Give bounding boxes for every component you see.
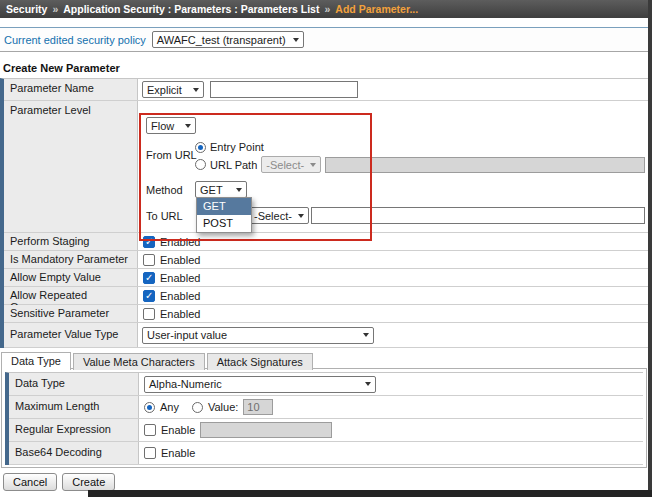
- checkbox-label: Enabled: [160, 272, 200, 284]
- regular-expression-input: [200, 422, 332, 438]
- perform-staging-label: Perform Staging: [4, 233, 138, 250]
- to-url-label: To URL: [146, 210, 183, 222]
- is-mandatory-parameter-row: Is Mandatory Parameter Enabled: [4, 251, 648, 269]
- data-type-label: Data Type: [9, 373, 139, 395]
- breadcrumb-path[interactable]: Application Security : Parameters : Para…: [63, 3, 319, 15]
- page-title: Create New Parameter: [3, 62, 120, 74]
- breadcrumb-separator: »: [52, 3, 58, 15]
- checkbox-label: Enabled: [160, 308, 200, 320]
- parameter-name-row: Parameter Name Explicit: [4, 79, 648, 101]
- maximum-length-value-input: [243, 399, 273, 415]
- chevron-down-icon: [363, 333, 369, 337]
- method-select-value: GET: [200, 184, 223, 196]
- data-type-row: Data Type Alpha-Numeric: [9, 373, 643, 396]
- checkbox-label: Enabled: [160, 290, 200, 302]
- chevron-down-icon: [365, 382, 371, 386]
- maximum-length-row: Maximum Length Any Value:: [9, 396, 643, 419]
- tab-value-meta-characters[interactable]: Value Meta Characters: [73, 353, 205, 370]
- parameter-value-type-row: Parameter Value Type User-input value: [4, 323, 648, 348]
- policy-select[interactable]: AWAFC_test (transparent): [152, 31, 304, 48]
- maximum-length-value-label: Value:: [208, 401, 238, 413]
- allow-empty-value-row: Allow Empty Value Enabled: [4, 269, 648, 287]
- allow-repeated-occurrences-row: Allow Repeated Occurrences Enabled: [4, 287, 648, 305]
- window-bottom-edge: [88, 490, 652, 497]
- chevron-down-icon: [298, 214, 304, 218]
- checkbox-label: Enabled: [160, 236, 200, 248]
- url-path-select-value: -Select-: [266, 159, 304, 171]
- app-window: Security » Application Security : Parame…: [0, 0, 652, 497]
- regular-expression-checkbox[interactable]: [144, 424, 156, 436]
- parameter-level-label: Parameter Level: [4, 101, 138, 232]
- parameter-value-type-label: Parameter Value Type: [4, 323, 138, 347]
- allow-empty-value-checkbox[interactable]: [143, 272, 155, 284]
- policy-select-value: AWAFC_test (transparent): [157, 34, 286, 46]
- chevron-down-icon: [185, 124, 191, 128]
- maximum-length-any-label: Any: [160, 401, 179, 413]
- to-url-select-value: -Select-: [254, 210, 292, 222]
- breadcrumb-separator: »: [324, 3, 330, 15]
- perform-staging-row: Perform Staging Enabled: [4, 233, 648, 251]
- method-select[interactable]: GET: [195, 181, 247, 198]
- breadcrumb-section[interactable]: Security: [6, 3, 47, 15]
- allow-repeated-occurrences-label: Allow Repeated Occurrences: [4, 287, 138, 304]
- breadcrumb: Security » Application Security : Parame…: [0, 0, 652, 18]
- regular-expression-label: Regular Expression: [9, 419, 139, 441]
- policy-bar: Current edited security policy AWAFC_tes…: [0, 27, 648, 52]
- parameter-name-type-select[interactable]: Explicit: [142, 81, 204, 98]
- is-mandatory-checkbox[interactable]: [143, 254, 155, 266]
- checkbox-label: Enable: [161, 424, 195, 436]
- sensitive-parameter-row: Sensitive Parameter Enabled: [4, 305, 648, 323]
- parameter-value-type-value: User-input value: [147, 329, 227, 341]
- window-right-edge: [648, 0, 652, 497]
- parameter-name-input[interactable]: [210, 81, 358, 98]
- is-mandatory-parameter-label: Is Mandatory Parameter: [4, 251, 138, 268]
- maximum-length-label: Maximum Length: [9, 396, 139, 418]
- method-label: Method: [146, 184, 183, 196]
- chevron-down-icon: [310, 163, 316, 167]
- maximum-length-value-radio[interactable]: [192, 402, 203, 413]
- url-path-input: [325, 157, 645, 173]
- from-url-label: From URL: [146, 149, 197, 161]
- parameter-level-row: Parameter Level Flow From URL Entry Poin…: [4, 101, 648, 233]
- chevron-down-icon: [293, 38, 299, 42]
- allow-repeated-occurrences-checkbox[interactable]: [143, 290, 155, 302]
- method-dropdown-popup: GET POST: [196, 197, 252, 233]
- entry-point-radio-label: Entry Point: [210, 141, 264, 153]
- sensitive-parameter-checkbox[interactable]: [143, 308, 155, 320]
- footer-actions: Cancel Create: [3, 473, 115, 491]
- data-type-panel: Data Type Alpha-Numeric Maximum Length A…: [1, 368, 647, 468]
- method-option-post[interactable]: POST: [197, 215, 251, 232]
- parameter-value-type-select[interactable]: User-input value: [142, 327, 374, 344]
- parameter-name-type-value: Explicit: [147, 84, 182, 96]
- parameter-level-value: Flow: [151, 120, 174, 132]
- to-url-input[interactable]: [311, 207, 645, 224]
- url-path-select: -Select-: [261, 156, 321, 173]
- regular-expression-row: Regular Expression Enable: [9, 419, 643, 442]
- create-button[interactable]: Create: [62, 473, 115, 491]
- cancel-button[interactable]: Cancel: [3, 473, 57, 491]
- chevron-down-icon: [193, 88, 199, 92]
- url-path-option: URL Path -Select-: [195, 156, 645, 173]
- perform-staging-checkbox[interactable]: [143, 236, 155, 248]
- url-path-radio[interactable]: [195, 159, 206, 170]
- base64-decoding-row: Base64 Decoding Enable: [9, 442, 643, 465]
- chevron-down-icon: [236, 188, 242, 192]
- tab-data-type[interactable]: Data Type: [1, 352, 71, 370]
- entry-point-option: Entry Point: [195, 141, 264, 153]
- method-option-get[interactable]: GET: [197, 198, 251, 215]
- parameter-level-select[interactable]: Flow: [146, 117, 196, 134]
- to-url-select[interactable]: -Select-: [249, 207, 309, 224]
- parameter-name-label: Parameter Name: [4, 79, 138, 100]
- maximum-length-any-radio[interactable]: [144, 402, 155, 413]
- data-type-select-value: Alpha-Numeric: [149, 378, 222, 390]
- sensitive-parameter-label: Sensitive Parameter: [4, 305, 138, 322]
- allow-empty-value-label: Allow Empty Value: [4, 269, 138, 286]
- breadcrumb-current-page: Add Parameter...: [335, 3, 418, 15]
- checkbox-label: Enable: [161, 447, 195, 459]
- tab-attack-signatures[interactable]: Attack Signatures: [207, 353, 313, 370]
- data-type-select[interactable]: Alpha-Numeric: [144, 376, 376, 393]
- url-path-radio-label: URL Path: [210, 159, 257, 171]
- entry-point-radio[interactable]: [195, 142, 206, 153]
- base64-decoding-checkbox[interactable]: [144, 447, 156, 459]
- policy-label: Current edited security policy: [4, 34, 146, 46]
